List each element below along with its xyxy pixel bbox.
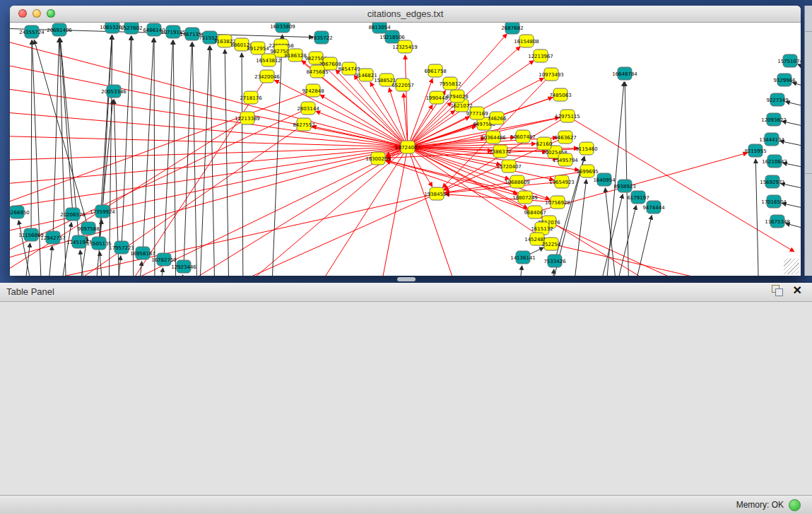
graph-node[interactable]: 20691406 — [47, 23, 72, 36]
citation-edge-black[interactable] — [792, 83, 801, 90]
citation-edge-black[interactable] — [755, 159, 759, 276]
graph-node[interactable]: 16648784 — [612, 67, 637, 80]
graph-node[interactable]: 7835722 — [310, 31, 332, 44]
graph-node[interactable]: 9227349 — [766, 93, 788, 106]
graph-node[interactable]: 1990448 — [425, 91, 447, 104]
citation-edge-black[interactable] — [164, 40, 173, 259]
graph-node[interactable]: 12093822 — [761, 113, 787, 126]
citation-edge-red[interactable] — [228, 147, 408, 276]
citation-edge-red[interactable] — [408, 147, 459, 276]
graph-node[interactable]: 1640954 — [593, 173, 616, 186]
window-resize-grip[interactable] — [784, 259, 799, 274]
graph-node[interactable]: 17359924 — [90, 205, 115, 218]
citation-edge-black[interactable] — [34, 40, 88, 228]
graph-node[interactable]: 252254 — [542, 238, 561, 250]
graph-node[interactable]: 9463627 — [554, 131, 576, 144]
citation-edge-black[interactable] — [605, 188, 618, 276]
graph-node[interactable]: 19384554 — [424, 187, 449, 200]
close-panel-icon[interactable]: ✕ — [793, 285, 802, 296]
graph-node[interactable]: 7485063 — [549, 88, 571, 101]
graph-node[interactable]: 10607487 — [510, 130, 536, 143]
graph-node[interactable]: 16033809 — [270, 23, 295, 33]
citation-edge-black[interactable] — [517, 266, 522, 276]
graph-node[interactable]: 9474444 — [642, 201, 665, 214]
citation-edge-black[interactable] — [100, 252, 104, 276]
citation-edge-black[interactable] — [154, 38, 155, 276]
citation-edge-red[interactable] — [311, 147, 408, 276]
status-bar: Memory: OK — [0, 495, 812, 514]
panel-splitter-handle[interactable] — [397, 277, 416, 281]
citation-edge-black[interactable] — [625, 82, 629, 276]
graph-node[interactable]: 18807249 — [512, 191, 538, 204]
graph-node[interactable]: 12975115 — [555, 110, 580, 122]
citation-edge-black[interactable] — [180, 275, 183, 276]
citation-edge-red[interactable] — [194, 194, 437, 276]
table-panel-titlebar[interactable]: Table Panel ✕ — [0, 283, 812, 302]
graph-node[interactable]: 7386372 — [489, 145, 511, 158]
network-window[interactable]: citations_edges.txt 24355724206914061065… — [10, 6, 801, 276]
citation-edge-black[interactable] — [47, 246, 52, 276]
graph-node[interactable]: 9329966 — [773, 74, 796, 86]
graph-node[interactable]: 17016504 — [761, 195, 787, 208]
citation-edge-red[interactable] — [10, 194, 437, 276]
citation-edge-black[interactable] — [31, 40, 32, 235]
citation-edge-red[interactable] — [408, 110, 455, 147]
graph-node[interactable]: 25266950 — [10, 206, 30, 218]
citation-edge-red[interactable] — [10, 63, 408, 147]
citation-edge-black[interactable] — [137, 262, 142, 276]
graph-node[interactable]: 11675348 — [765, 215, 790, 228]
citation-edge-red[interactable] — [59, 124, 304, 276]
svg-text:8912954: 8912954 — [247, 46, 269, 52]
citation-edge-black[interactable] — [192, 42, 197, 276]
citation-edge-black[interactable] — [122, 36, 131, 247]
graph-node[interactable]: 9115460 — [575, 142, 597, 155]
citation-edge-red[interactable] — [551, 244, 779, 276]
graph-node[interactable]: 2803144 — [297, 102, 319, 115]
graph-node[interactable]: 10756928 — [545, 196, 570, 209]
network-canvas[interactable]: 2435572420691406106532671527602646614010… — [10, 23, 801, 276]
graph-node[interactable]: 2687682 — [501, 23, 523, 34]
graph-node[interactable]: 2718176 — [240, 91, 262, 104]
graph-node[interactable]: 10688609 — [505, 175, 530, 188]
citation-edge-red[interactable] — [379, 147, 408, 276]
citation-edge-red[interactable] — [10, 90, 313, 204]
graph-node[interactable]: 6961758 — [424, 64, 446, 77]
float-panel-icon[interactable] — [772, 285, 783, 296]
graph-node[interactable]: 746266 — [488, 112, 507, 124]
graph-node[interactable]: 8938923 — [613, 180, 635, 192]
citation-edge-black[interactable] — [612, 206, 636, 276]
citation-edge-black[interactable] — [158, 268, 163, 276]
graph-node[interactable]: 24355724 — [19, 25, 45, 38]
citation-edge-red[interactable] — [320, 95, 408, 147]
citation-edge-black[interactable] — [798, 64, 801, 72]
graph-node[interactable]: 15692971 — [760, 175, 785, 188]
svg-text:9474444: 9474444 — [642, 205, 665, 211]
graph-node[interactable]: 7955812 — [439, 77, 461, 90]
graph-node[interactable]: 9097588 — [77, 222, 99, 235]
graph-node[interactable]: 12213967 — [528, 49, 553, 62]
graph-node[interactable]: 20364486 — [481, 131, 506, 144]
graph-node[interactable]: 19654923 — [549, 175, 575, 188]
graph-node[interactable]: 16154808 — [514, 35, 539, 47]
citation-edge-black[interactable] — [173, 40, 176, 276]
citation-edge-black[interactable] — [242, 53, 243, 276]
citation-edge-black[interactable] — [225, 49, 229, 276]
graph-node[interactable]: 6179197 — [627, 191, 649, 204]
graph-node[interactable]: 20053346 — [101, 85, 126, 98]
graph-node[interactable]: 7533426 — [543, 255, 566, 267]
citation-edge-black[interactable] — [143, 38, 153, 253]
graph-node[interactable]: 13444134 — [759, 133, 784, 146]
svg-text:24355724: 24355724 — [19, 30, 45, 35]
network-window-titlebar[interactable]: citations_edges.txt — [10, 6, 801, 23]
graph-node[interactable]: 62160 — [536, 137, 552, 150]
graph-node[interactable]: 16210643 — [762, 155, 787, 168]
citation-edge-black[interactable] — [199, 46, 210, 276]
graph-node[interactable]: 18300295 — [365, 152, 391, 165]
graph-node[interactable]: 15751074 — [777, 54, 801, 67]
graph-node[interactable]: 8427552 — [293, 118, 314, 131]
graph-node[interactable]: 8215955 — [744, 144, 766, 157]
citation-edge-black[interactable] — [551, 269, 554, 276]
citation-edge-black[interactable] — [786, 223, 801, 231]
citation-edge-red[interactable] — [10, 147, 408, 160]
network-graph[interactable]: 2435572420691406106532671527602646614010… — [10, 23, 801, 276]
